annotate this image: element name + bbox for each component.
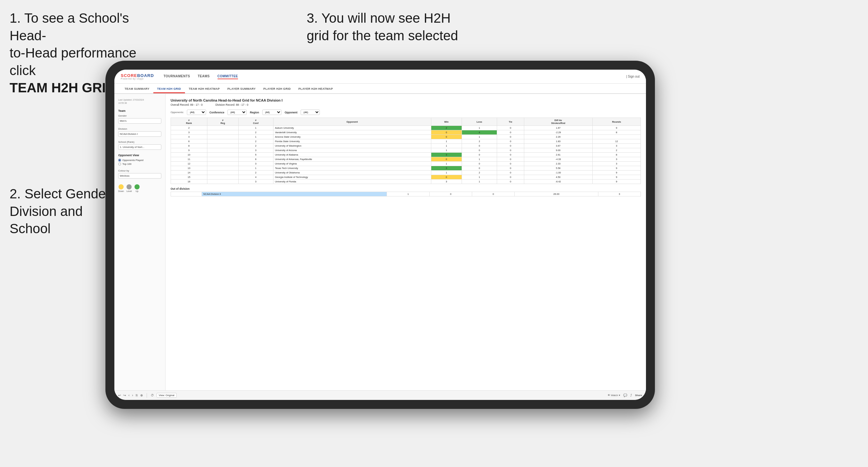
colour-select[interactable]: Win/loss xyxy=(118,173,161,179)
table-row: 2 1 Auburn University 2 1 0 1.67 9 xyxy=(171,126,641,130)
app-nav: SCOREBOARD Powered by clippi TOURNAMENTS… xyxy=(114,70,646,84)
subnav-player-h2h-heatmap[interactable]: PLAYER H2H HEATMAP xyxy=(294,87,337,93)
school-select[interactable]: 1. University of Nort... xyxy=(118,145,161,150)
col-reg: #Reg xyxy=(207,118,238,126)
table-row: 15 4 Georgia Institute of Technology 0 1… xyxy=(171,175,641,180)
tablet-frame: SCOREBOARD Powered by clippi TOURNAMENTS… xyxy=(105,61,655,409)
right-panel: University of North Carolina Head-to-Hea… xyxy=(165,94,646,390)
opponents-filter-label: Opponents: xyxy=(170,111,184,114)
col-tie: Tie xyxy=(497,118,524,126)
clock-icon[interactable]: ⏱ xyxy=(151,394,154,397)
out-of-division-rounds: 3 xyxy=(598,192,641,196)
division-label: Division xyxy=(118,127,161,130)
sign-out-link[interactable]: | Sign out xyxy=(626,75,640,78)
grid-records: Overall Record: 89 - 17 - 0 Division Rec… xyxy=(170,103,641,106)
left-panel: Last Updated: 27/03/2024 16:55:38 Team G… xyxy=(114,94,165,390)
undo-icon[interactable]: ↩ xyxy=(118,394,121,397)
nav-teams[interactable]: TEAMS xyxy=(198,74,210,79)
col-loss: Loss xyxy=(462,118,497,126)
out-of-division-tie: 0 xyxy=(472,192,514,196)
view-original-button[interactable]: View: Original xyxy=(157,393,177,398)
subnav-team-h2h-grid[interactable]: TEAM H2H GRID xyxy=(153,87,185,93)
filter-row: Opponents: (All) Conference (All) Region… xyxy=(170,110,641,115)
nav-items: TOURNAMENTS TEAMS COMMITTEE xyxy=(163,74,617,79)
powered-by: Powered by clippi xyxy=(121,77,154,80)
out-of-division-table: NCAA Division II 1 0 0 26.00 3 xyxy=(170,192,641,196)
subnav-player-summary[interactable]: PLAYER SUMMARY xyxy=(224,87,260,93)
grid-title: University of North Carolina Head-to-Hea… xyxy=(170,98,641,102)
toolbar-separator xyxy=(147,393,147,398)
add-icon[interactable]: ⊕ xyxy=(140,394,143,397)
share-button[interactable]: Share xyxy=(635,394,642,397)
opponent-view-group: Opponents Played Top 100 xyxy=(118,159,161,165)
region-filter-select[interactable]: (All) xyxy=(262,110,281,115)
toolbar-right: 👁 Watch ▾ 💬 ⤴ Share xyxy=(608,394,642,397)
comment-icon[interactable]: 💬 xyxy=(623,394,627,397)
school-label: School (Rank) xyxy=(118,141,161,144)
subnav-team-summary[interactable]: TEAM SUMMARY xyxy=(121,87,153,93)
back-icon[interactable]: ‹ xyxy=(128,394,129,397)
annotation-step3: 3. You will now see H2H grid for the tea… xyxy=(307,9,458,44)
table-row: 8 2 University of Washington 1 0 0 3.67 … xyxy=(171,144,641,148)
col-win: Win xyxy=(431,118,462,126)
conference-filter-label: Conference xyxy=(209,111,224,114)
col-rounds: Rounds xyxy=(592,118,641,126)
colour-level xyxy=(126,184,132,189)
col-opponent: Opponent xyxy=(273,118,431,126)
opponent-filter-select[interactable]: (All) xyxy=(301,110,320,115)
last-updated: Last Updated: 27/03/2024 16:55:38 xyxy=(118,98,161,105)
gender-label: Gender xyxy=(118,114,161,117)
h2h-data-table: #Rank #Reg #Conf Opponent Win Loss Tie D… xyxy=(170,118,641,184)
copy-icon[interactable]: ⎘ xyxy=(136,394,138,397)
opponent-filter-label: Opponent xyxy=(285,111,298,114)
annotation-step2: 2. Select Gender, Division and School xyxy=(9,185,114,238)
col-diff: Diff AvStrokes/Rnd xyxy=(524,118,592,126)
overall-record: Overall Record: 89 - 17 - 0 xyxy=(170,103,203,106)
gender-select[interactable]: Men's xyxy=(118,118,161,124)
sub-nav: TEAM SUMMARY TEAM H2H GRID TEAM H2H HEAT… xyxy=(114,84,646,94)
colour-legend: Down Level Up xyxy=(118,184,161,192)
subnav-player-h2h-grid[interactable]: PLAYER H2H GRID xyxy=(259,87,294,93)
table-row: 12 3 University of Virginia 1 0 0 2.33 3 xyxy=(171,162,641,166)
division-select[interactable]: NCAA Division I xyxy=(118,131,161,137)
nav-committee[interactable]: COMMITTEE xyxy=(218,74,238,79)
team-section-title: Team xyxy=(118,109,161,113)
radio-opponents-played[interactable]: Opponents Played xyxy=(118,159,161,162)
forward-icon[interactable]: › xyxy=(132,394,133,397)
table-row: 4 1 Arizona State University 0 1 0 2.29 xyxy=(171,135,641,139)
tablet-screen: SCOREBOARD Powered by clippi TOURNAMENTS… xyxy=(114,70,646,400)
table-row: 9 3 University of Arizona 1 0 0 9.00 2 xyxy=(171,148,641,153)
app-logo: SCOREBOARD Powered by clippi xyxy=(121,73,154,80)
watch-button[interactable]: 👁 Watch ▾ xyxy=(608,394,620,397)
conference-filter-select[interactable]: (All) xyxy=(227,110,247,115)
col-conf: #Conf xyxy=(238,118,273,126)
bottom-toolbar: ↩ ↪ ‹ › ⎘ ⊕ ⏱ View: Original 👁 Watch ▾ 💬… xyxy=(114,390,646,400)
table-row: 16 3 University of Florida 3 1 0 -6.42 9 xyxy=(171,180,641,184)
out-of-division-row: NCAA Division II 1 0 0 26.00 3 xyxy=(171,192,641,196)
radio-top-100[interactable]: Top 100 xyxy=(118,163,161,165)
division-record: Division Record: 88 - 17 - 0 xyxy=(215,103,248,106)
out-of-division-loss: 0 xyxy=(429,192,472,196)
table-row: 11 6 University of Arkansas, Fayettevill… xyxy=(171,157,641,162)
table-row: 6 2 Florida State University 1 2 0 1.83 … xyxy=(171,139,641,144)
table-row: 3 2 Vanderbilt University 0 4 0 -2.29 8 xyxy=(171,130,641,135)
out-of-division-win: 1 xyxy=(387,192,429,196)
redo-icon[interactable]: ↪ xyxy=(123,394,126,397)
out-of-division-header: Out of division xyxy=(170,187,641,190)
col-rank: #Rank xyxy=(171,118,207,126)
share-icon[interactable]: ⤴ xyxy=(630,394,632,397)
colour-label: Colour by xyxy=(118,169,161,172)
region-filter-label: Region xyxy=(250,111,259,114)
opponent-view-title: Opponent View xyxy=(118,154,161,157)
opponents-filter-select[interactable]: (All) xyxy=(187,110,206,115)
nav-tournaments[interactable]: TOURNAMENTS xyxy=(163,74,190,79)
colour-up xyxy=(134,184,140,189)
table-row: 10 5 University of Alabama 3 0 0 2.61 8 xyxy=(171,153,641,157)
colour-section: Colour by Win/loss Down Level xyxy=(118,169,161,192)
out-of-division-name: NCAA Division II xyxy=(202,192,387,196)
main-content: Last Updated: 27/03/2024 16:55:38 Team G… xyxy=(114,94,646,390)
out-of-division-diff: 26.00 xyxy=(515,192,598,196)
subnav-team-h2h-heatmap[interactable]: TEAM H2H HEATMAP xyxy=(185,87,224,93)
table-row: 14 2 University of Oklahoma 1 2 0 -1.00 … xyxy=(171,170,641,175)
table-row: 13 1 Texas Tech University 3 0 0 5.56 9 xyxy=(171,166,641,170)
